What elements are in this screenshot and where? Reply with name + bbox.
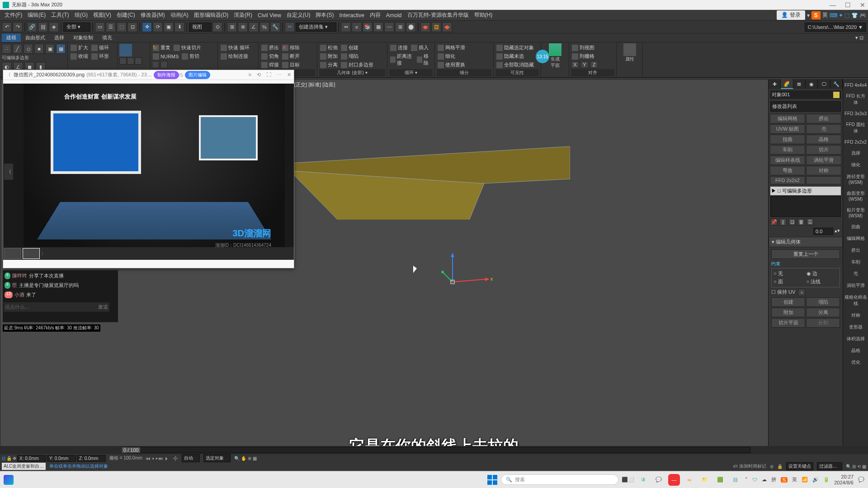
autokey-icon[interactable]: ⊡ <box>2 456 5 461</box>
render-setup[interactable]: 🫖 <box>420 22 430 32</box>
menu-anim[interactable]: 动画(A) <box>168 11 191 19</box>
mirror-button[interactable]: ⇔ <box>341 22 351 32</box>
taskview-icon[interactable]: ⬛⬜ <box>622 474 634 486</box>
subobj-edge-icon[interactable]: ╱ <box>13 44 22 54</box>
spinner-arrows[interactable]: ▴▾ <box>835 228 840 235</box>
maximize-button[interactable]: ☐ <box>845 1 851 9</box>
lock-icon[interactable]: 🔒 <box>6 456 12 461</box>
place-button[interactable]: ⬇ <box>175 22 184 32</box>
geom-create-button[interactable]: 创建 <box>771 297 805 307</box>
pin-stack-icon[interactable]: 📌 <box>770 218 778 225</box>
preserve-uv-settings-icon[interactable]: ▫ <box>798 289 805 296</box>
farbtn-17[interactable]: 规格化样条线 <box>844 292 867 309</box>
farbtn-13[interactable]: 挤出 <box>844 245 867 255</box>
mod-lathe[interactable]: 车削 <box>770 145 805 155</box>
qslice-button[interactable]: 快速切片 <box>173 44 202 52</box>
mat-editor[interactable]: ⬤ <box>406 22 416 32</box>
selection-filter[interactable]: 全部 ▾ <box>63 23 90 32</box>
mod-symmetry[interactable]: 对称 <box>806 166 841 175</box>
farbtn-18[interactable]: 对称 <box>844 310 867 320</box>
show-end-icon[interactable]: || <box>779 218 787 225</box>
bind-button[interactable]: ◈ <box>49 22 59 32</box>
play-controls[interactable]: ⏮ ◀ ▶ ⏭ ⏵ <box>146 456 169 461</box>
app-orange-icon[interactable]: ᴕᴕ <box>684 474 695 486</box>
menu-custom[interactable]: 自定义(U) <box>284 11 313 19</box>
link-button[interactable]: 🔗 <box>27 22 37 32</box>
repeat-last-button[interactable]: 重复上一个 <box>771 249 840 259</box>
start-button[interactable] <box>487 475 497 485</box>
farbtn-14[interactable]: 车削 <box>844 257 867 267</box>
unify2-icon[interactable] <box>160 61 168 68</box>
prev-image-button[interactable]: 〈 <box>4 164 13 180</box>
menu-help[interactable]: 帮助(H) <box>472 11 495 19</box>
tray-shield-icon[interactable]: 🛡 <box>752 477 757 483</box>
modifier-stack-box[interactable] <box>770 196 841 217</box>
menu-arnold[interactable]: Arnold <box>383 12 405 19</box>
coord-z[interactable]: Z: 0.0mm <box>77 455 106 462</box>
snap2-toggle[interactable]: ⊕ <box>238 22 248 32</box>
cmd-tab-display-icon[interactable]: 🖵 <box>818 79 830 89</box>
subobj-poly-icon[interactable]: ■ <box>34 44 44 54</box>
pill-poster[interactable]: 制作海报 <box>154 71 179 79</box>
subobj-elem-icon[interactable]: ▣ <box>45 44 55 54</box>
unlink-button[interactable]: ⛓ <box>38 22 48 32</box>
mod-editspline[interactable]: 编辑样条线 <box>770 155 805 165</box>
menu-interactive[interactable]: Interactive <box>336 12 367 19</box>
align-button[interactable]: ≡ <box>352 22 362 32</box>
preview-icon[interactable]: ▦ <box>56 44 66 54</box>
pivot-button[interactable]: ⊙ <box>212 22 222 32</box>
app-3dsmax-icon[interactable]: ③ <box>637 474 649 486</box>
ring-button[interactable]: 环形 <box>90 52 110 60</box>
mru-dropdown[interactable]: C:\Users\…\Max 2020 ▼ <box>805 23 866 32</box>
object-color-swatch[interactable] <box>833 92 840 98</box>
constraint-none[interactable]: ○ 无 <box>774 270 805 277</box>
select-rect-button[interactable]: ⬚ <box>117 22 127 32</box>
remove-mod-icon[interactable]: 🗑 <box>797 218 805 225</box>
nav-icons[interactable]: 🔍 ✋ ⊕ ▦ <box>234 456 256 461</box>
minimize-button[interactable]: — <box>830 1 836 9</box>
zoom-slider[interactable]: ➕ <box>173 456 178 461</box>
select-window-button[interactable]: ⊡ <box>127 22 137 32</box>
select-name-button[interactable]: ☰ <box>106 22 116 32</box>
detach-button[interactable]: 分离 <box>319 61 339 69</box>
tray-sogou-icon[interactable]: S <box>781 477 788 483</box>
cmd-tab-motion-icon[interactable]: ◉ <box>806 79 818 89</box>
ribbon-footer-subdiv[interactable]: 细分 <box>460 70 469 76</box>
toview-button[interactable]: 到视图 <box>571 44 595 52</box>
paintconnect-button[interactable]: 绘制连接 <box>220 52 249 60</box>
shrink-button[interactable]: 收缩 <box>70 52 89 60</box>
ribbon-footer-loop[interactable]: 循环 ▾ <box>405 70 417 76</box>
modifier-dropdown[interactable]: 修改器列表 <box>770 101 841 112</box>
render-frame[interactable]: 🖼 <box>431 22 441 32</box>
tessellate-button[interactable]: 细化 <box>437 52 456 60</box>
chat-send-button[interactable]: 发送 <box>98 304 108 310</box>
addtime-button[interactable]: 🏷 添加时间标记 <box>733 463 766 469</box>
menu-civil[interactable]: Civil View <box>255 12 284 19</box>
weld-button[interactable]: 焊接 <box>260 61 280 69</box>
mod-empty[interactable] <box>806 176 841 184</box>
subobj-border-icon[interactable]: ◇ <box>24 44 33 54</box>
align-x-button[interactable]: X <box>571 61 579 68</box>
tray-cloud-icon[interactable]: ☁ <box>762 477 767 483</box>
menu-content[interactable]: 内容 <box>367 11 383 19</box>
menu-graph[interactable]: 图形编辑器(D) <box>191 11 231 19</box>
spinner-snap[interactable]: 🔧 <box>270 22 280 32</box>
align-y-button[interactable]: Y <box>580 61 589 68</box>
snap-toggle[interactable]: ⊞ <box>227 22 237 32</box>
farbtn-4[interactable]: FFD 圆柱体 <box>844 120 867 136</box>
redo-button[interactable]: ↷ <box>13 22 23 32</box>
geom-sliceplane-button[interactable]: 切片平面 <box>771 318 805 328</box>
constraint-edge[interactable]: ◉ 边 <box>807 270 838 277</box>
ref-coord[interactable]: 视图 <box>189 23 212 32</box>
setkey-button[interactable]: 设置关键点 <box>786 462 813 470</box>
geom-slice-button[interactable]: 分割 <box>806 318 840 328</box>
target-button[interactable]: 目标 <box>281 61 301 69</box>
rotate-button[interactable]: ⟳ <box>153 22 163 32</box>
remove-button[interactable]: ✕移除 <box>281 44 301 52</box>
image-viewer-window[interactable]: 〈 微信图片_20240806200309.png (951×617像素, 79… <box>3 70 294 268</box>
meshsmooth-button[interactable]: 网格平滑 <box>437 44 466 52</box>
toggle-ribbon[interactable]: ▦ <box>373 22 383 32</box>
thumb-2[interactable] <box>23 248 40 259</box>
coord-x[interactable]: X: 0.0mm <box>17 455 46 462</box>
cmd-tab-create-icon[interactable]: ✚ <box>769 79 781 89</box>
